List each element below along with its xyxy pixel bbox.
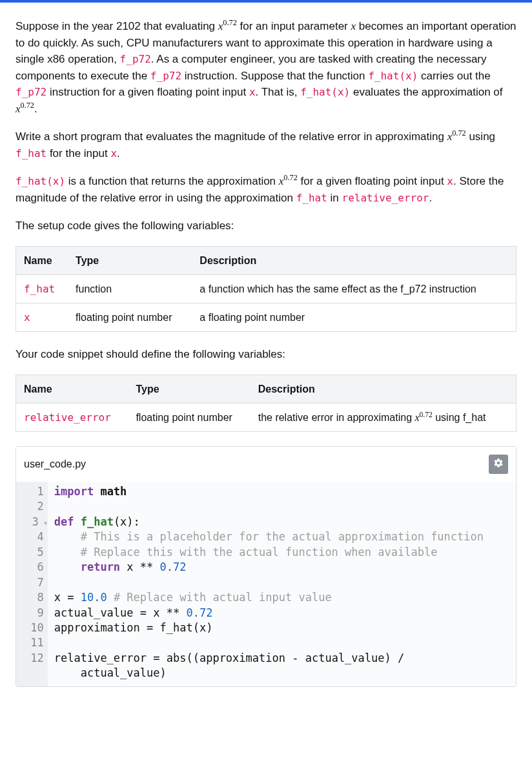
cell-name: relative_error xyxy=(16,403,128,431)
code-fp72: f_p72 xyxy=(150,70,181,82)
col-desc: Description xyxy=(251,375,517,403)
exp: 0.72 xyxy=(223,18,236,27)
tok: f_hat xyxy=(74,515,113,528)
tok: 0.72 xyxy=(179,606,212,619)
tok: x xyxy=(54,591,67,604)
text: instruction. Suppose that the function xyxy=(181,70,368,82)
code-fhat-x: f_hat(x) xyxy=(368,70,418,82)
cell-desc: a function which has the same effect as … xyxy=(192,274,516,303)
tok: # Replace this with the actual function … xyxy=(54,546,438,559)
tok: ** xyxy=(167,606,179,619)
paragraph-1: Suppose in the year 2102 that evaluating… xyxy=(15,18,517,117)
line-number: 10 xyxy=(19,621,44,635)
col-desc: Description xyxy=(192,246,516,274)
text: evaluates the approximation of xyxy=(350,86,502,98)
cell-type: floating point number xyxy=(68,303,192,331)
math-x072: x0.72 xyxy=(414,412,432,423)
gear-button[interactable] xyxy=(489,455,508,474)
tok: x xyxy=(120,560,140,573)
editor-filename: user_code.py xyxy=(24,458,86,470)
tok: approximation xyxy=(54,621,147,634)
math-x: x xyxy=(351,20,356,32)
tok: actual_value) xyxy=(54,666,167,679)
table-header-row: Name Type Description xyxy=(16,246,517,274)
code: f_hat xyxy=(24,283,55,295)
code-area[interactable]: import math def f_hat(x): # This is a pl… xyxy=(48,482,516,686)
tok: = xyxy=(67,591,74,604)
line-number: 9 xyxy=(19,606,44,621)
tok: x xyxy=(147,606,167,619)
fold-icon[interactable]: ▾ xyxy=(39,518,44,529)
col-name: Name xyxy=(16,246,68,274)
tok: = xyxy=(153,652,159,664)
line-number: 7 xyxy=(19,575,44,590)
text: Write a short program that evaluates the… xyxy=(15,130,447,143)
code-fhat-x: f_hat(x) xyxy=(300,86,350,98)
line-number: 5 xyxy=(19,545,44,560)
output-intro: Your code snippet should define the foll… xyxy=(15,346,517,363)
tok: math xyxy=(94,485,127,498)
math-x072: x0.72 xyxy=(218,20,237,32)
editor-body[interactable]: 1 2 3 ▾ 4 5 6 7 8 9 10 11 12 import math… xyxy=(16,482,516,686)
text: the relative error in approximating xyxy=(258,412,415,423)
tok: 0.72 xyxy=(153,560,186,573)
cell-desc: a floating point number xyxy=(192,303,516,331)
code: relative_error xyxy=(24,411,111,424)
exp: 0.72 xyxy=(452,128,466,138)
text: using f_hat xyxy=(433,412,486,423)
line-number: 2 xyxy=(19,499,44,514)
line-gutter: 1 2 3 ▾ 4 5 6 7 8 9 10 11 12 xyxy=(16,482,48,686)
line-number xyxy=(19,666,44,681)
tok: # This is a placeholder for the actual a… xyxy=(54,530,484,543)
line-number: 4 xyxy=(19,529,44,544)
text: . That is, xyxy=(256,86,301,98)
output-table: Name Type Description relative_error flo… xyxy=(15,375,517,432)
editor-header: user_code.py xyxy=(16,447,516,482)
gear-icon xyxy=(493,458,504,471)
text: . xyxy=(117,147,120,159)
tok: abs((approximation xyxy=(160,652,292,664)
code: x xyxy=(24,311,30,323)
tok: actual_value xyxy=(54,606,140,619)
tok: (x): xyxy=(114,515,140,528)
math-x072: x0.72 xyxy=(15,103,34,115)
table-row: x floating point number a floating point… xyxy=(16,303,517,331)
col-name: Name xyxy=(16,375,128,403)
line-number: 11 xyxy=(19,635,44,650)
tok: = xyxy=(147,621,153,634)
text: using xyxy=(466,130,495,143)
text: carries out the xyxy=(418,70,490,82)
exp: 0.72 xyxy=(283,173,297,182)
table-row: f_hat function a function which has the … xyxy=(16,274,517,303)
tok: # Replace with actual input value xyxy=(114,591,332,604)
paragraph-3: f_hat(x) is a function that returns the … xyxy=(15,173,517,206)
code-fp72: f_p72 xyxy=(120,53,151,65)
tok: import xyxy=(54,485,94,498)
text: instruction for a given floating point i… xyxy=(46,86,249,98)
code-editor: user_code.py 1 2 3 ▾ 4 5 6 7 8 9 10 xyxy=(15,446,517,687)
tok: relative_error xyxy=(54,652,154,664)
tok: actual_value) xyxy=(298,652,398,664)
setup-intro: The setup code gives the following varia… xyxy=(15,218,517,234)
text: Suppose in the year 2102 that evaluating xyxy=(15,20,218,32)
text: for a given floating point input xyxy=(298,175,447,187)
table-header-row: Name Type Description xyxy=(16,375,517,403)
math-x072: x0.72 xyxy=(447,130,466,143)
line-number: 3 ▾ xyxy=(19,515,44,529)
code-x: x xyxy=(249,86,256,98)
main-content: Suppose in the year 2102 that evaluating… xyxy=(0,3,532,697)
tok: 10.0 xyxy=(74,591,113,604)
tok: = xyxy=(140,606,147,619)
math-x072: x0.72 xyxy=(279,175,298,187)
cell-type: function xyxy=(68,274,192,303)
code-fhat: f_hat xyxy=(15,147,46,159)
exp: 0.72 xyxy=(420,410,433,418)
col-type: Type xyxy=(128,375,250,403)
setup-table: Name Type Description f_hat function a f… xyxy=(15,246,517,333)
text: for the input xyxy=(46,147,110,159)
tok: f_hat(x) xyxy=(153,621,212,634)
col-type: Type xyxy=(68,246,192,274)
code-x: x xyxy=(447,175,453,187)
code-fhat: f_hat xyxy=(296,192,327,204)
tok: / xyxy=(398,652,404,664)
